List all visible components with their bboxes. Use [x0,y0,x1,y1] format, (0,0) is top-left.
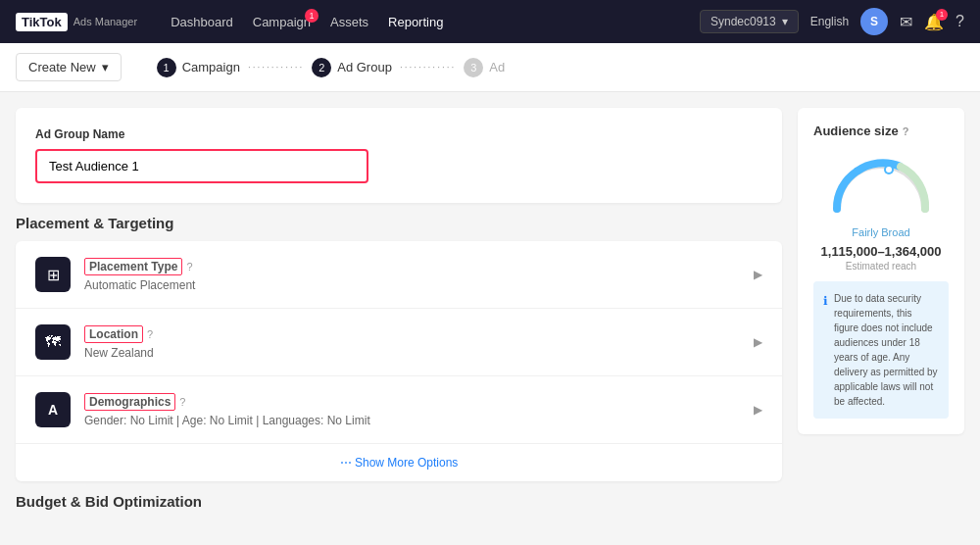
create-new-button[interactable]: Create New ▾ [16,53,122,81]
nav-campaign[interactable]: Campaign 1 [253,15,311,29]
nav-reporting[interactable]: Reporting [388,15,443,29]
info-text: Due to data security requirements, this … [834,291,939,409]
header-right: Syndec0913 ▾ English S ✉ 🔔 1 ? [700,8,964,35]
placement-section-title: Placement & Targeting [16,215,782,231]
location-icon: 🗺 [35,324,71,360]
logo-area: TikTok Ads Manager [16,13,137,31]
bell-icon[interactable]: 🔔 1 [924,13,944,31]
placement-type-item[interactable]: ⊞ Placement Type ? Automatic Placement ▶ [16,241,782,309]
info-icon: ℹ [823,292,828,409]
location-value: New Zealand [84,346,754,360]
step-3-label: Ad [489,60,505,74]
location-name-row: Location ? [84,325,754,343]
step-dots-2: ············ [400,62,456,73]
budget-section: Budget & Bid Optimization [16,493,782,520]
notification-badge: 1 [936,9,948,21]
placement-type-label: Placement Type [84,258,182,275]
step-3-circle: 3 [464,58,483,77]
audience-card: Audience size ? Fairly Broad 1,11 [798,108,964,434]
ad-group-name-input[interactable] [35,149,368,183]
placement-type-value: Automatic Placement [84,278,754,292]
estimated-reach-label: Estimated reach [813,261,949,272]
demographics-label: Demographics [84,393,175,411]
step-1-circle: 1 [157,58,176,77]
help-icon[interactable]: ? [956,13,964,30]
location-item[interactable]: 🗺 Location ? New Zealand ▶ [16,309,782,376]
placement-type-info: Placement Type ? Automatic Placement [84,258,754,292]
step-1-label: Campaign [182,60,240,74]
campaign-badge: 1 [305,9,318,23]
step-adgroup: 2 Ad Group [312,58,392,77]
ad-group-name-card: Ad Group Name [16,108,782,203]
steps: 1 Campaign ············ 2 Ad Group ·····… [157,58,506,77]
right-panel: Audience size ? Fairly Broad 1,11 [798,108,964,520]
reach-range: 1,115,000–1,364,000 [813,244,949,259]
nav-links: Dashboard Campaign 1 Assets Reporting [171,15,443,29]
header: TikTok Ads Manager Dashboard Campaign 1 … [0,0,980,43]
location-help-icon[interactable]: ? [147,328,153,340]
demographics-name-row: Demographics ? [84,393,754,411]
demographics-help-icon[interactable]: ? [179,396,185,408]
step-2-circle: 2 [312,58,331,77]
breadcrumb-bar: Create New ▾ 1 Campaign ············ 2 A… [0,43,980,92]
language-selector[interactable]: English [810,15,849,28]
placement-section: Placement & Targeting ⊞ Placement Type ?… [16,215,782,481]
audience-title: Audience size ? [813,124,949,138]
placement-type-name-row: Placement Type ? [84,258,754,275]
step-dots-1: ············ [248,62,304,73]
main-content: Ad Group Name Placement & Targeting ⊞ Pl… [0,92,980,535]
nav-dashboard[interactable]: Dashboard [171,15,233,29]
show-more-options[interactable]: ⋯ Show More Options [16,444,782,481]
gauge-container [813,150,949,219]
audience-help-icon[interactable]: ? [903,125,909,137]
tiktok-logo: TikTok [16,13,68,31]
info-box: ℹ Due to data security requirements, thi… [813,281,949,419]
location-chevron: ▶ [754,335,762,349]
svg-point-1 [886,167,892,173]
targeting-card: ⊞ Placement Type ? Automatic Placement ▶… [16,241,782,481]
location-label: Location [84,325,143,343]
nav-assets[interactable]: Assets [330,15,368,29]
placement-type-icon: ⊞ [35,257,71,292]
demographics-chevron: ▶ [754,403,762,417]
step-campaign: 1 Campaign [157,58,240,77]
placement-type-chevron: ▶ [754,268,762,281]
demographics-info: Demographics ? Gender: No Limit | Age: N… [84,393,754,427]
demographics-item[interactable]: A Demographics ? Gender: No Limit | Age:… [16,376,782,444]
mail-icon[interactable]: ✉ [900,13,912,31]
demographics-value: Gender: No Limit | Age: No Limit | Langu… [84,414,754,427]
location-info: Location ? New Zealand [84,325,754,360]
ads-manager-label: Ads Manager [74,16,137,27]
left-panel: Ad Group Name Placement & Targeting ⊞ Pl… [16,108,782,520]
ad-group-name-label: Ad Group Name [35,127,762,141]
audience-status: Fairly Broad [813,226,949,238]
account-selector[interactable]: Syndec0913 ▾ [700,10,799,33]
placement-type-help-icon[interactable]: ? [186,261,192,272]
step-2-label: Ad Group [337,60,392,74]
gauge-chart [827,150,935,219]
budget-section-title: Budget & Bid Optimization [16,493,782,510]
avatar[interactable]: S [860,8,888,35]
demographics-icon: A [35,392,71,427]
step-ad: 3 Ad [464,58,505,77]
